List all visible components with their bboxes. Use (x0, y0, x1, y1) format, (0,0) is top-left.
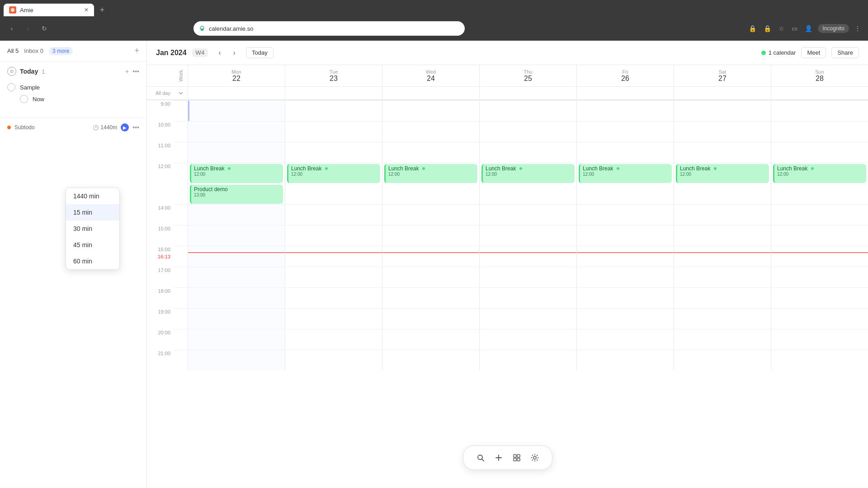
allday-cell-sat[interactable] (674, 87, 771, 99)
cell-wed-2000[interactable] (382, 329, 479, 350)
cell-wed-1100[interactable] (382, 142, 479, 163)
cell-wed-1500[interactable] (382, 225, 479, 246)
active-tab[interactable]: Amie ✕ (4, 4, 94, 16)
refresh-btn[interactable]: ↻ (38, 22, 51, 35)
sidebar-tab-more[interactable]: 3 more (49, 47, 73, 55)
todo-checkbox-now[interactable] (20, 95, 28, 103)
event-lunch-sat[interactable]: Lunch Break 12:00 (676, 164, 769, 183)
cell-sat-2000[interactable] (674, 329, 771, 350)
cell-sun-1700[interactable] (771, 267, 868, 287)
cell-sat-1100[interactable] (674, 142, 771, 163)
cell-tue-1500[interactable] (285, 225, 382, 246)
cell-mon-900[interactable] (188, 100, 285, 121)
cell-fri-2100[interactable] (576, 350, 674, 371)
duration-option-15[interactable]: 15 min (66, 204, 119, 221)
cell-sun-1100[interactable] (771, 142, 868, 163)
new-tab-btn[interactable]: + (96, 4, 108, 16)
cell-mon-1600[interactable] (188, 246, 285, 267)
cell-mon-1000[interactable] (188, 121, 285, 142)
cell-mon-1100[interactable] (188, 142, 285, 163)
allday-cell-thu[interactable] (479, 87, 576, 99)
cell-fri-1600[interactable] (576, 246, 674, 267)
cell-fri-1700[interactable] (576, 267, 674, 287)
allday-cell-mon[interactable] (188, 87, 285, 99)
bookmark-star-icon[interactable]: ☆ (777, 23, 786, 34)
allday-cell-wed[interactable] (382, 87, 479, 99)
cell-wed-900[interactable] (382, 100, 479, 121)
sidebar-toggle-icon[interactable]: ▭ (790, 23, 799, 34)
event-lunch-sun[interactable]: Lunch Break 12:00 (773, 164, 866, 183)
cell-mon-1400[interactable] (188, 204, 285, 225)
cell-tue-2100[interactable] (285, 350, 382, 371)
cell-thu-2000[interactable] (479, 329, 576, 350)
profile-icon[interactable]: 👤 (803, 23, 814, 34)
layout-btn-fixed[interactable] (509, 450, 525, 466)
extension-icon[interactable]: 🔒 (747, 23, 758, 34)
cell-tue-1900[interactable] (285, 308, 382, 329)
cell-fri-1100[interactable] (576, 142, 674, 163)
cell-wed-2100[interactable] (382, 350, 479, 371)
calendar-indicator[interactable]: 1 calendar (761, 49, 796, 56)
cell-sat-1800[interactable] (674, 287, 771, 308)
section-more-btn[interactable]: ••• (132, 68, 139, 75)
cell-thu-2100[interactable] (479, 350, 576, 371)
cell-thu-1400[interactable] (479, 204, 576, 225)
cell-mon-1800[interactable] (188, 287, 285, 308)
add-btn-fixed[interactable] (491, 450, 507, 466)
cell-thu-1800[interactable] (479, 287, 576, 308)
cell-tue-1000[interactable] (285, 121, 382, 142)
cell-wed-1600[interactable] (382, 246, 479, 267)
cell-tue-1100[interactable] (285, 142, 382, 163)
today-btn[interactable]: Today (246, 47, 274, 58)
prev-week-btn[interactable]: ‹ (213, 47, 226, 59)
cell-sat-1500[interactable] (674, 225, 771, 246)
cell-thu-900[interactable] (479, 100, 576, 121)
cell-sat-1700[interactable] (674, 267, 771, 287)
allday-cell-sun[interactable] (771, 87, 868, 99)
cell-sun-2000[interactable] (771, 329, 868, 350)
cell-sun-1200[interactable]: Lunch Break 12:00 (771, 163, 868, 204)
cell-sat-1400[interactable] (674, 204, 771, 225)
event-lunch-mon[interactable]: Lunch Break 12:00 (190, 164, 283, 183)
cell-thu-1200[interactable]: Lunch Break 12:00 (479, 163, 576, 204)
subtodo-play-btn[interactable]: ▶ (121, 123, 129, 131)
cell-sat-1200[interactable]: Lunch Break 12:00 (674, 163, 771, 204)
cell-tue-1800[interactable] (285, 287, 382, 308)
cell-mon-2000[interactable] (188, 329, 285, 350)
forward-btn[interactable]: › (22, 22, 34, 35)
cell-sat-2100[interactable] (674, 350, 771, 371)
event-lunch-thu[interactable]: Lunch Break 12:00 (481, 164, 575, 183)
cell-wed-1400[interactable] (382, 204, 479, 225)
section-add-btn[interactable]: + (125, 68, 129, 75)
back-btn[interactable]: ‹ (5, 22, 18, 35)
calendar-body[interactable]: 9:00 10:00 (147, 100, 868, 488)
event-lunch-fri[interactable]: Lunch Break 12:00 (579, 164, 672, 183)
cell-sat-900[interactable] (674, 100, 771, 121)
cell-sun-1800[interactable] (771, 287, 868, 308)
search-btn-fixed[interactable] (472, 450, 489, 466)
cell-sun-900[interactable] (771, 100, 868, 121)
share-btn[interactable]: Share (831, 47, 859, 58)
cell-mon-1700[interactable] (188, 267, 285, 287)
cell-sun-1600[interactable] (771, 246, 868, 267)
cell-thu-1600[interactable] (479, 246, 576, 267)
allday-cell-fri[interactable] (576, 87, 674, 99)
cell-fri-1000[interactable] (576, 121, 674, 142)
cell-tue-1700[interactable] (285, 267, 382, 287)
duration-option-45[interactable]: 45 min (66, 237, 119, 253)
cell-thu-1100[interactable] (479, 142, 576, 163)
address-bar[interactable]: calendar.amie.so (193, 21, 465, 36)
subtodo-time-value[interactable]: 1440m (101, 124, 118, 131)
cell-sat-1900[interactable] (674, 308, 771, 329)
cell-mon-2100[interactable] (188, 350, 285, 371)
cell-thu-1700[interactable] (479, 267, 576, 287)
cell-fri-1200[interactable]: Lunch Break 12:00 (576, 163, 674, 204)
cell-mon-1200[interactable]: Lunch Break 12:00 Product demo 13:00 (188, 163, 285, 204)
event-lunch-tue[interactable]: Lunch Break 12:00 (287, 164, 380, 183)
cell-fri-2000[interactable] (576, 329, 674, 350)
sidebar-tab-all[interactable]: All 5 (7, 47, 19, 54)
subtodo-more-btn[interactable]: ••• (132, 124, 139, 131)
cell-fri-1500[interactable] (576, 225, 674, 246)
allday-toggle-btn[interactable] (174, 90, 188, 96)
cell-mon-1500[interactable] (188, 225, 285, 246)
